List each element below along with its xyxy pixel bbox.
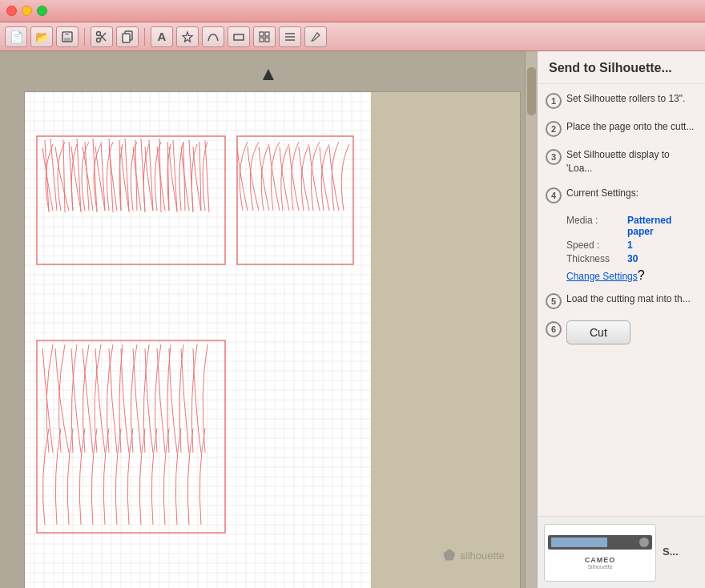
cameo-device-strip bbox=[548, 535, 652, 550]
page-area bbox=[25, 92, 371, 588]
rectangle-button[interactable] bbox=[228, 26, 250, 47]
media-value: Patterned paper bbox=[627, 215, 697, 237]
settings-media-row: Media : Patterned paper bbox=[566, 215, 697, 237]
svg-rect-13 bbox=[260, 38, 264, 42]
new-button[interactable]: 📄 bbox=[5, 26, 27, 47]
thickness-value: 30 bbox=[627, 253, 638, 264]
knife-button[interactable] bbox=[304, 26, 327, 47]
cutting-mat bbox=[24, 91, 521, 588]
up-arrow-indicator: ▲ bbox=[259, 62, 278, 85]
open-button[interactable]: 📂 bbox=[30, 26, 53, 47]
sep2 bbox=[144, 28, 145, 46]
step-circle-5: 5 bbox=[546, 293, 562, 309]
save-button[interactable] bbox=[56, 26, 79, 47]
step-circle-1: 1 bbox=[546, 93, 562, 109]
thickness-label: Thickness bbox=[566, 253, 622, 264]
canvas-area[interactable]: ▲ bbox=[0, 51, 537, 588]
step-4-text: Current Settings: bbox=[566, 187, 639, 200]
step-1: 1 Set Silhouette rollers to 13". bbox=[546, 92, 697, 109]
svg-rect-14 bbox=[265, 38, 269, 42]
titlebar-controls bbox=[6, 6, 47, 16]
step-2: 2 Place the page onto the cutt... bbox=[546, 120, 697, 137]
step-6-text: Cut bbox=[566, 320, 630, 344]
cut-toolbar-button[interactable] bbox=[91, 26, 113, 47]
cameo-side-text: S... bbox=[663, 546, 679, 559]
svg-rect-8 bbox=[123, 34, 130, 42]
settings-thickness-row: Thickness 30 bbox=[566, 253, 697, 264]
panel-content: 1 Set Silhouette rollers to 13". 2 Place… bbox=[538, 84, 705, 516]
step-circle-2: 2 bbox=[546, 121, 562, 137]
svg-rect-10 bbox=[234, 34, 244, 40]
grid-button[interactable] bbox=[253, 26, 276, 47]
bezier-button[interactable] bbox=[202, 26, 224, 47]
panel-header: Send to Silhouette... bbox=[538, 51, 705, 84]
cameo-preview: CAMEO Silhouette S... bbox=[538, 516, 705, 588]
change-settings-suffix: ? bbox=[638, 268, 645, 282]
svg-rect-11 bbox=[260, 32, 264, 36]
step-5-text: Load the cutting mat into th... bbox=[566, 292, 691, 306]
close-button[interactable] bbox=[6, 6, 17, 16]
cut-button[interactable]: Cut bbox=[566, 320, 630, 344]
cameo-screen bbox=[551, 538, 607, 547]
svg-rect-2 bbox=[64, 38, 70, 41]
lines-button[interactable] bbox=[279, 26, 301, 47]
media-label: Media : bbox=[566, 215, 622, 237]
main-area: ▲ bbox=[0, 51, 705, 588]
step-1-text: Set Silhouette rollers to 13". bbox=[566, 92, 685, 106]
step-6: 6 Cut bbox=[546, 320, 697, 344]
svg-line-26 bbox=[85, 142, 89, 211]
svg-line-41 bbox=[205, 140, 209, 212]
step-2-text: Place the page onto the cutt... bbox=[566, 120, 694, 134]
art-design bbox=[25, 92, 371, 588]
svg-rect-20 bbox=[37, 340, 225, 533]
star-button[interactable] bbox=[176, 26, 199, 47]
silhouette-watermark: ⬟ silhouette bbox=[443, 546, 505, 564]
cameo-logo-text: CAMEO bbox=[585, 556, 616, 564]
cameo-device-button bbox=[639, 538, 649, 547]
change-settings-link[interactable]: Change Settings bbox=[566, 271, 638, 282]
step-4: 4 Current Settings: bbox=[546, 187, 697, 203]
sep1 bbox=[84, 28, 85, 46]
step-5: 5 Load the cutting mat into th... bbox=[546, 292, 697, 309]
toolbar: 📄 📂 A bbox=[0, 22, 705, 51]
step-3-text: Set Silhouette display to 'Loa... bbox=[566, 148, 697, 175]
svg-rect-1 bbox=[65, 32, 69, 35]
svg-rect-12 bbox=[265, 32, 269, 36]
settings-block: Media : Patterned paper Speed : 1 Thickn… bbox=[566, 215, 697, 283]
maximize-button[interactable] bbox=[37, 6, 47, 16]
titlebar bbox=[0, 0, 705, 22]
step-circle-6: 6 bbox=[546, 321, 562, 337]
speed-value: 1 bbox=[627, 240, 633, 251]
minimize-button[interactable] bbox=[22, 6, 32, 16]
step-circle-3: 3 bbox=[546, 149, 562, 165]
text-button[interactable]: A bbox=[151, 26, 173, 47]
svg-line-23 bbox=[63, 140, 65, 212]
cameo-brand-sub: Silhouette bbox=[587, 564, 612, 570]
cameo-device-image: CAMEO Silhouette bbox=[544, 524, 656, 582]
copy-button[interactable] bbox=[116, 26, 139, 47]
step-circle-4: 4 bbox=[546, 187, 562, 203]
step-3: 3 Set Silhouette display to 'Loa... bbox=[546, 148, 697, 175]
svg-rect-19 bbox=[237, 136, 353, 264]
right-panel: Send to Silhouette... 1 Set Silhouette r… bbox=[537, 51, 705, 588]
svg-line-37 bbox=[173, 140, 177, 212]
scrollbar-thumb[interactable] bbox=[527, 67, 536, 115]
svg-rect-18 bbox=[37, 136, 225, 264]
svg-marker-9 bbox=[183, 32, 192, 42]
speed-label: Speed : bbox=[566, 240, 622, 251]
settings-speed-row: Speed : 1 bbox=[566, 240, 697, 251]
vertical-scrollbar[interactable] bbox=[525, 51, 537, 588]
